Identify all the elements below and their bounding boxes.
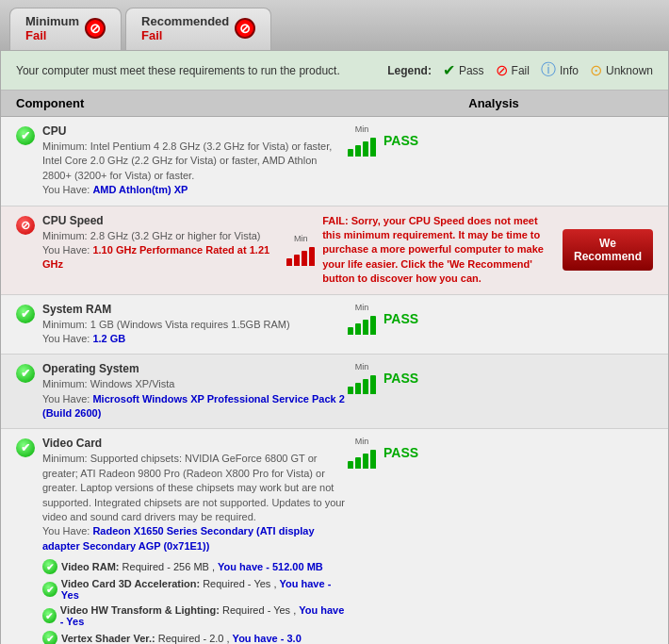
feature-3d: ✔ Video Card 3D Acceleration: Required -…	[42, 576, 348, 603]
cpu-status-icon: ✔	[16, 124, 42, 145]
tab-minimum-label: Minimum	[25, 14, 79, 28]
feature-hw-transform: ✔ Video HW Transform & Lighting: Require…	[42, 603, 348, 629]
os-pass-label: PASS	[383, 371, 418, 386]
ram-name: System RAM	[42, 303, 348, 316]
cpu-speed-status-icon: ⊘	[16, 214, 42, 235]
row-system-ram: ✔ System RAM Minimum: 1 GB (Windows Vist…	[1, 295, 668, 355]
cpu-speed-minimum: Minimum: 2.8 GHz (3.2 GHz or higher for …	[42, 229, 286, 243]
tab-recommended[interactable]: Recommended Fail ⊘	[125, 8, 271, 50]
cpu-analysis: Min PASS	[348, 124, 653, 157]
vc-minimum: Minimum: Supported chipsets: NVIDIA GeFo…	[42, 452, 348, 524]
vc-name: Video Card	[42, 437, 348, 450]
os-have: You Have: Microsoft Windows XP Professio…	[42, 392, 348, 421]
vc-bar: Min	[348, 437, 376, 469]
ram-status-icon: ✔	[16, 303, 42, 323]
row-operating-system: ✔ Operating System Minimum: Windows XP/V…	[1, 355, 668, 429]
video-features: ✔ Video RAM: Required - 256 MB , You hav…	[42, 553, 348, 644]
legend-unknown: ⊙ Unknown	[590, 61, 653, 79]
ram-minimum: Minimum: 1 GB (Windows Vista requires 1.…	[42, 318, 348, 332]
row-video-card: ✔ Video Card Minimum: Supported chipsets…	[1, 429, 668, 644]
header-component: Component	[16, 96, 334, 110]
legend-unknown-label: Unknown	[606, 64, 653, 77]
recommend-button[interactable]: WeRecommend	[563, 229, 653, 271]
os-analysis: Min PASS	[348, 362, 653, 394]
tabs-bar: Minimum Fail ⊘ Recommended Fail ⊘	[0, 0, 669, 50]
pass-icon: ✔	[443, 61, 455, 79]
legend-fail: ⊘ Fail	[496, 61, 530, 79]
fail-icon-recommended: ⊘	[235, 18, 255, 39]
tab-minimum[interactable]: Minimum Fail ⊘	[9, 8, 122, 50]
cpu-speed-details: CPU Speed Minimum: 2.8 GHz (3.2 GHz or h…	[42, 214, 286, 272]
table-header: Component Analysis	[1, 91, 668, 117]
vc-pass-label: PASS	[383, 445, 418, 460]
fail-icon-minimum: ⊘	[85, 18, 106, 39]
ram-details: System RAM Minimum: 1 GB (Windows Vista …	[42, 303, 348, 347]
header-analysis: Analysis	[334, 96, 653, 110]
ram-bar: Min	[348, 303, 376, 335]
cpu-bar: Min	[348, 124, 376, 157]
legend-fail-label: Fail	[512, 64, 530, 77]
legend-info: ⓘ Info	[541, 60, 579, 80]
row-cpu-speed: ⊘ CPU Speed Minimum: 2.8 GHz (3.2 GHz or…	[1, 206, 668, 295]
ram-have: You Have: 1.2 GB	[42, 332, 348, 346]
feature-vertex-shader: ✔ Vertex Shader Ver.: Required - 2.0 , Y…	[42, 629, 348, 644]
legend-info-label: Info	[560, 64, 579, 77]
os-bar: Min	[348, 362, 376, 394]
requirement-text: Your computer must meet these requiremen…	[16, 64, 340, 77]
cpu-speed-analysis: Min FAIL: Sorry, your CPU Speed does not…	[286, 214, 653, 287]
row-cpu: ✔ CPU Minimum: Intel Pentium 4 2.8 GHz (…	[1, 117, 668, 206]
cpu-name: CPU	[42, 124, 348, 138]
os-status-icon: ✔	[16, 362, 42, 383]
vc-have: You Have: Radeon X1650 Series Secondary …	[42, 524, 348, 553]
main-panel: Your computer must meet these requiremen…	[0, 50, 669, 644]
cpu-details: CPU Minimum: Intel Pentium 4 2.8 GHz (3.…	[42, 124, 348, 198]
app-container: Minimum Fail ⊘ Recommended Fail ⊘ Your c…	[0, 0, 669, 644]
ram-analysis: Min PASS	[348, 303, 653, 335]
cpu-speed-fail-message: FAIL: Sorry, your CPU Speed does not mee…	[322, 214, 555, 287]
vc-details: Video Card Minimum: Supported chipsets: …	[42, 437, 348, 644]
cpu-have: You Have: AMD Athlon(tm) XP	[42, 183, 348, 197]
legend-pass-label: Pass	[459, 64, 484, 77]
cpu-speed-bar: Min	[286, 234, 315, 266]
info-icon: ⓘ	[541, 60, 556, 80]
cpu-minimum: Minimum: Intel Pentium 4 2.8 GHz (3.2 GH…	[42, 140, 348, 183]
vc-status-icon: ✔	[16, 437, 42, 457]
tab-minimum-status: Fail	[25, 28, 79, 42]
vc-analysis: Min PASS	[348, 437, 653, 469]
cpu-speed-have: You Have: 1.10 GHz Performance Rated at …	[42, 243, 286, 272]
tab-recommended-status: Fail	[141, 28, 229, 42]
fail-legend-icon: ⊘	[496, 61, 508, 79]
feature-vram: ✔ Video RAM: Required - 256 MB , You hav…	[42, 557, 348, 576]
unknown-icon: ⊙	[590, 61, 602, 79]
os-name: Operating System	[42, 362, 348, 375]
tab-recommended-label: Recommended	[141, 14, 229, 28]
legend-pass: ✔ Pass	[443, 61, 484, 79]
os-details: Operating System Minimum: Windows XP/Vis…	[42, 362, 348, 421]
os-minimum: Minimum: Windows XP/Vista	[42, 377, 348, 391]
ram-pass-label: PASS	[383, 311, 418, 326]
legend-label: Legend:	[387, 64, 432, 77]
cpu-speed-name: CPU Speed	[42, 214, 286, 227]
cpu-pass-label: PASS	[383, 133, 418, 148]
